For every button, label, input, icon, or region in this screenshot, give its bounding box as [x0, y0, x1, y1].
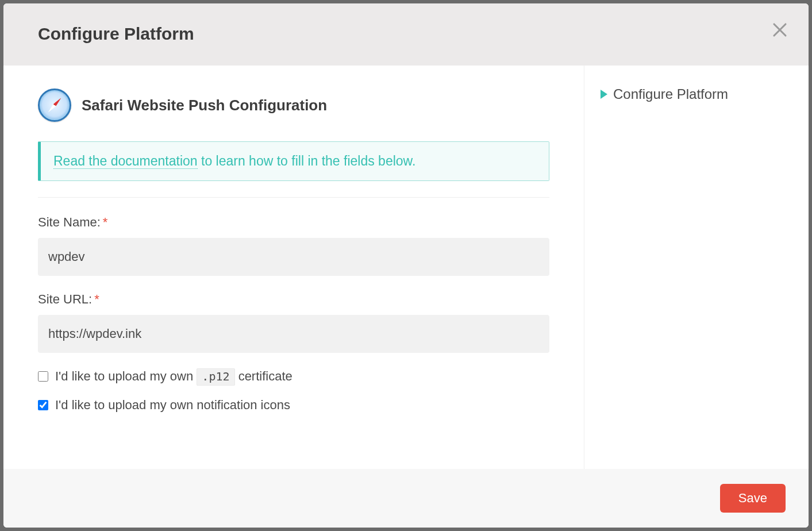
triangle-right-icon [601, 90, 607, 99]
upload-icons-checkbox-row[interactable]: I'd like to upload my own notification i… [38, 398, 549, 413]
modal-footer: Save [3, 469, 809, 528]
site-url-input[interactable] [38, 315, 549, 353]
documentation-callout: Read the documentation to learn how to f… [38, 141, 549, 181]
modal-header: Configure Platform [3, 3, 809, 66]
upload-p12-label: I'd like to upload my own .p12 certifica… [55, 369, 293, 384]
configure-platform-modal: Configure Platform Safari Website Push C… [3, 3, 809, 528]
site-url-label: Site URL:* [38, 292, 549, 307]
sidebar-link-configure-platform[interactable]: Configure Platform [601, 86, 779, 102]
p12-code: .p12 [197, 368, 234, 386]
documentation-text: to learn how to fill in the fields below… [198, 153, 416, 168]
field-site-name: Site Name:* [38, 215, 549, 276]
upload-p12-checkbox-row[interactable]: I'd like to upload my own .p12 certifica… [38, 369, 549, 384]
site-name-input[interactable] [38, 238, 549, 276]
modal-title: Configure Platform [38, 24, 774, 44]
required-asterisk: * [103, 215, 108, 229]
divider [38, 197, 549, 198]
sidebar-link-label: Configure Platform [613, 86, 728, 102]
site-name-label: Site Name:* [38, 215, 549, 230]
sidebar-column: Configure Platform [584, 66, 802, 469]
section-header: Safari Website Push Configuration [38, 88, 549, 122]
upload-icons-checkbox[interactable] [38, 400, 48, 410]
upload-icons-label: I'd like to upload my own notification i… [55, 398, 290, 413]
close-button[interactable] [769, 20, 790, 40]
modal-body: Safari Website Push Configuration Read t… [3, 66, 809, 469]
save-button[interactable]: Save [720, 484, 786, 513]
close-icon [771, 21, 788, 39]
required-asterisk: * [94, 292, 99, 306]
upload-p12-checkbox[interactable] [38, 371, 48, 382]
field-site-url: Site URL:* [38, 292, 549, 353]
section-title: Safari Website Push Configuration [82, 97, 327, 114]
safari-icon [38, 88, 71, 122]
main-column: Safari Website Push Configuration Read t… [3, 66, 584, 469]
documentation-link[interactable]: Read the documentation [53, 153, 198, 169]
